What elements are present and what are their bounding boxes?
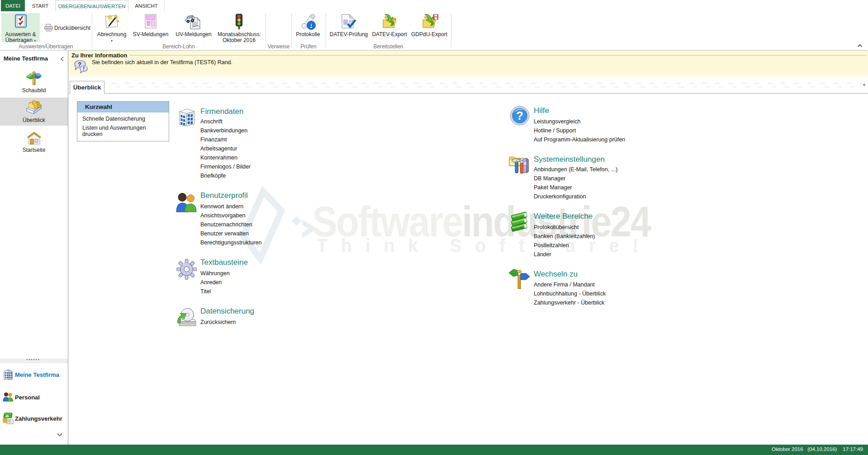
svg-text:!: ! — [83, 66, 85, 71]
svg-text:?: ? — [516, 109, 523, 122]
